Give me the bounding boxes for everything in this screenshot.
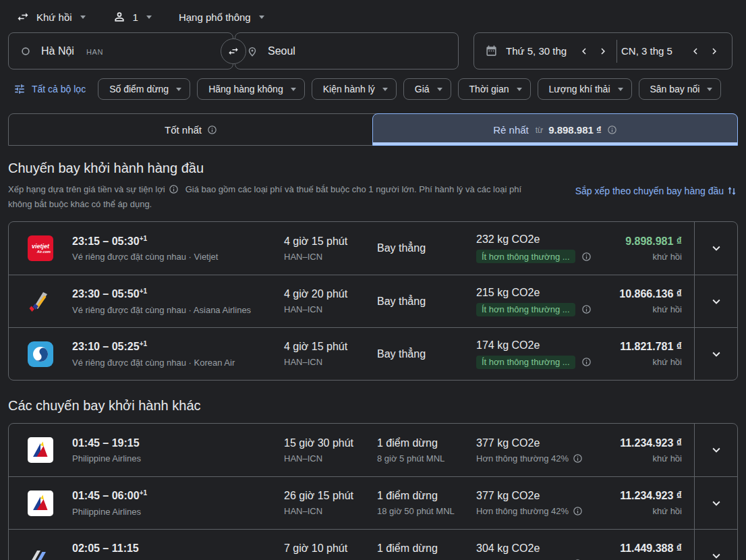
flight-row[interactable]: 23:10 – 05:25+1 Vé riêng được đặt cùng n… <box>9 327 737 380</box>
price: 11.234.923 ₫ <box>581 490 682 502</box>
section-title: Chuyến bay khởi hành hàng đầu <box>8 161 537 176</box>
filter-chip-times[interactable]: Thời gian <box>458 78 531 100</box>
passenger-selector[interactable]: 1 <box>113 10 152 24</box>
filter-chip-bags[interactable]: Kiện hành lý <box>312 78 397 100</box>
departure-date-previous-button[interactable] <box>575 42 594 61</box>
emissions-badge: Ít hơn thông thường ... <box>476 250 575 263</box>
flight-row[interactable]: 01:45 – 19:15 Philippine Airlines 15 giờ… <box>9 424 737 476</box>
plus-days: +1 <box>140 340 147 347</box>
cabin-class-selector[interactable]: Hạng phổ thông <box>179 11 264 23</box>
chevron-down-icon <box>517 88 522 91</box>
stops-label: 1 điểm dừng <box>377 490 476 502</box>
price-col: 11.821.781 ₫ khứ hồi <box>581 341 694 367</box>
all-filters-label: Tất cả bộ lọc <box>32 84 86 94</box>
chip-label: Số điểm dừng <box>109 84 169 94</box>
chevron-down-icon <box>707 88 712 91</box>
vietjet-air-seoul-logo <box>28 543 53 560</box>
stops-col: 1 điểm dừng 18 giờ 50 phút MNL <box>377 490 476 516</box>
all-filters-button[interactable]: Tất cả bộ lọc <box>13 83 86 95</box>
expand-flight-button[interactable] <box>694 477 737 529</box>
swap-locations-button[interactable] <box>221 38 246 64</box>
expand-flight-button[interactable] <box>694 328 737 380</box>
flight-row[interactable]: 01:45 – 06:00+1 Philippine Airlines 26 g… <box>9 476 737 529</box>
duration: 4 giờ 20 phút <box>284 288 377 300</box>
cheapest-price: 9.898.981 ₫ <box>548 124 602 136</box>
chevron-down-icon <box>146 16 152 19</box>
duration-col: 15 giờ 30 phút HAN–ICN <box>284 437 377 464</box>
flight-times: 01:45 – 06:00+1 <box>72 489 284 502</box>
section-subtitle: Xếp hạng dựa trên giá tiền và sự tiện lợ… <box>8 182 537 212</box>
filter-chip-emissions[interactable]: Lượng khí thải <box>538 78 632 100</box>
flight-row[interactable]: 02:05 – 11:15 Tự chuyển tiếp · Vietjet, … <box>9 529 737 560</box>
flight-main-col: 01:45 – 06:00+1 Philippine Airlines <box>72 489 284 516</box>
stops-label: Bay thẳng <box>377 242 476 254</box>
chevron-down-icon <box>437 88 442 91</box>
duration-col: 4 giờ 15 phút HAN–ICN <box>284 235 377 262</box>
stops-label: Bay thẳng <box>377 296 476 308</box>
duration: 7 giờ 10 phút <box>284 542 377 555</box>
price: 11.234.923 ₫ <box>581 437 682 449</box>
route: HAN–ICN <box>284 252 377 262</box>
passenger-count: 1 <box>133 11 138 23</box>
trip-type-selector[interactable]: Khứ hồi <box>16 10 86 24</box>
price: 10.866.136 ₫ <box>581 288 682 300</box>
expand-flight-button[interactable] <box>694 424 737 476</box>
return-date-next-button[interactable] <box>705 42 724 61</box>
return-date-previous-button[interactable] <box>686 42 705 61</box>
booking-info: Vé riêng được đặt cùng nhau · Korean Air <box>72 358 284 368</box>
filter-chip-price[interactable]: Giá <box>403 78 451 100</box>
tab-best[interactable]: Tốt nhất <box>9 114 373 145</box>
flight-main-col: 23:15 – 05:30+1 Vé riêng được đặt cùng n… <box>72 235 284 262</box>
trip-type-label: Khứ hồi <box>36 11 72 23</box>
departure-date-next-button[interactable] <box>594 42 612 61</box>
chevron-down-icon <box>709 294 724 309</box>
flight-times: 02:05 – 11:15 <box>72 542 284 555</box>
stops-label: 1 điểm dừng <box>377 542 476 555</box>
filter-chip-airlines[interactable]: Hãng hàng không <box>197 78 305 100</box>
destination-field[interactable]: Seoul <box>235 32 459 69</box>
route: HAN–ICN <box>284 506 377 516</box>
duration: 4 giờ 15 phút <box>284 235 377 248</box>
duration-col: 4 giờ 20 phút HAN–ICN <box>284 288 377 314</box>
philippine-airlines-logo <box>28 437 53 463</box>
flight-row[interactable]: 23:30 – 05:50+1 Vé riêng được đặt cùng n… <box>9 275 737 327</box>
stops-col: Bay thẳng <box>377 348 476 360</box>
korean-air-logo <box>28 341 53 367</box>
stops-label: 1 điểm dừng <box>377 437 476 449</box>
result-tabs: Tốt nhất Rẻ nhất từ 9.898.981 ₫ <box>8 113 738 146</box>
expand-flight-button[interactable] <box>694 275 737 327</box>
route: HAN–ICN <box>284 304 377 314</box>
from-label: từ <box>536 125 543 135</box>
chevron-down-icon <box>709 443 724 457</box>
chevron-down-icon <box>709 347 724 362</box>
return-date[interactable]: CN, 3 thg 5 <box>621 45 686 57</box>
price-col: 11.234.923 ₫ khứ hồi <box>581 437 694 464</box>
tab-cheapest[interactable]: Rẻ nhất từ 9.898.981 ₫ <box>372 113 738 146</box>
chip-label: Lượng khí thải <box>549 84 610 94</box>
vietjet-logo: vietjet Air.com <box>28 235 53 261</box>
flight-row[interactable]: vietjet Air.com 23:15 – 05:30+1 Vé riêng… <box>9 222 737 275</box>
filter-chip-connecting-airports[interactable]: Sân bay nối <box>639 78 722 100</box>
filter-chip-stops[interactable]: Số điểm dừng <box>98 78 190 100</box>
info-icon[interactable] <box>169 184 179 194</box>
flight-main-col: 23:10 – 05:25+1 Vé riêng được đặt cùng n… <box>72 340 284 367</box>
price: 11.449.388 ₫ <box>581 542 682 555</box>
chevron-down-icon <box>709 496 724 511</box>
stops-label: Bay thẳng <box>377 348 476 360</box>
info-icon[interactable] <box>607 125 617 135</box>
duration: 4 giờ 15 phút <box>284 341 377 353</box>
person-icon <box>113 10 126 24</box>
booking-info: Vé riêng được đặt cùng nhau · Asiana Air… <box>72 305 284 315</box>
sort-by-top-flights-button[interactable]: Sắp xếp theo chuyến bay hàng đầu <box>575 185 738 197</box>
price-col: 9.898.981 ₫ khứ hồi <box>581 235 694 262</box>
trip-options-bar: Khứ hồi 1 Hạng phổ thông <box>0 0 746 30</box>
expand-flight-button[interactable] <box>694 222 737 275</box>
info-icon[interactable] <box>207 125 217 135</box>
emissions-badge: Ít hơn thông thường ... <box>476 303 575 316</box>
co2-value: 377 kg CO2e <box>476 490 581 502</box>
search-row: Hà Nội HAN Seoul Thứ 5, 30 thg CN, 3 thg… <box>8 32 738 69</box>
origin-field[interactable]: Hà Nội HAN <box>8 32 233 69</box>
plus-days: +1 <box>140 287 147 295</box>
expand-flight-button[interactable] <box>694 530 737 560</box>
departure-date[interactable]: Thứ 5, 30 thg <box>506 45 575 57</box>
